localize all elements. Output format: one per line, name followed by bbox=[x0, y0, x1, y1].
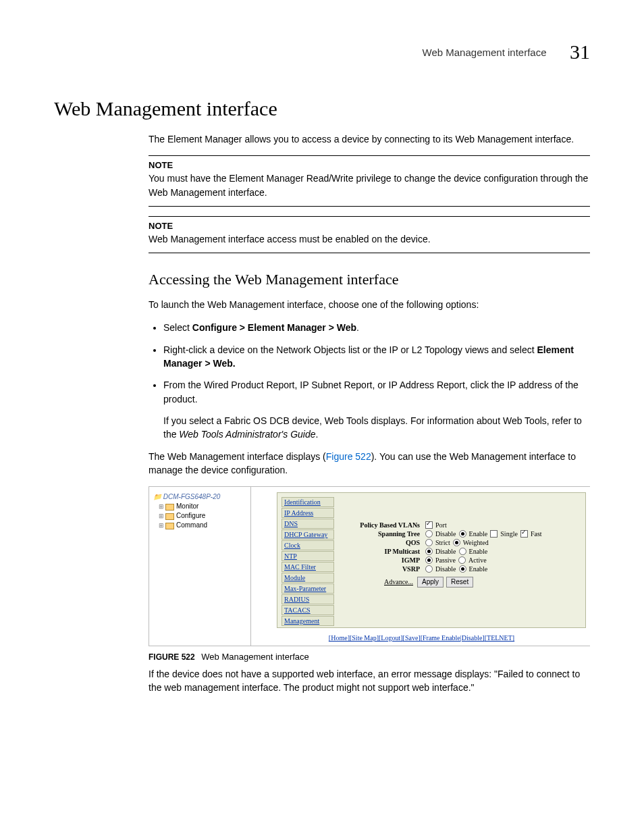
option-label: Enable bbox=[469, 548, 488, 555]
setting-label: Policy Based VLANs bbox=[342, 521, 425, 529]
displays-paragraph: The Web Management interface displays (F… bbox=[149, 450, 590, 477]
setting-label: Spanning Tree bbox=[342, 530, 425, 538]
side-link[interactable]: DNS bbox=[281, 519, 334, 529]
footer-link[interactable]: [Home] bbox=[329, 634, 350, 642]
fabric-paragraph: If you select a Fabric OS DCB device, We… bbox=[163, 414, 590, 442]
options-list: Select Configure > Element Manager > Web… bbox=[149, 321, 590, 405]
option-label: Enable bbox=[469, 530, 488, 538]
radio-button[interactable] bbox=[425, 556, 433, 564]
advance-link[interactable]: Advance... bbox=[384, 578, 413, 585]
tree-panel: 📁 DCM-FGS648P-20 MonitorConfigureCommand bbox=[153, 492, 248, 530]
side-link-list: IdentificationIP AddressDNSDHCP GatewayC… bbox=[281, 497, 334, 627]
list-item: From the Wired Product Report, IP Subnet… bbox=[163, 378, 590, 406]
option-label: Passive bbox=[435, 556, 456, 564]
tree-node[interactable]: Monitor bbox=[153, 502, 248, 511]
option-label: Single bbox=[500, 530, 518, 538]
side-link[interactable]: Module bbox=[281, 573, 334, 583]
side-link[interactable]: Identification bbox=[281, 497, 334, 507]
footer-link[interactable]: [Save] bbox=[403, 634, 421, 642]
setting-label: QOS bbox=[342, 539, 425, 546]
radio-button[interactable] bbox=[458, 556, 466, 564]
radio-button[interactable] bbox=[459, 565, 466, 573]
option-label: Weighted bbox=[463, 539, 489, 546]
settings-panel: IdentificationIP AddressDNSDHCP GatewayC… bbox=[277, 492, 586, 628]
running-title: Web Management interface bbox=[423, 47, 547, 58]
side-link[interactable]: IP Address bbox=[281, 508, 334, 518]
radio-button[interactable] bbox=[425, 565, 433, 573]
radio-button[interactable] bbox=[459, 530, 466, 538]
footer-link[interactable]: [TELNET] bbox=[485, 634, 514, 642]
tree-root[interactable]: 📁 DCM-FGS648P-20 bbox=[153, 492, 248, 502]
page-title: Web Management interface bbox=[54, 97, 590, 120]
radio-button[interactable] bbox=[425, 530, 433, 538]
tree-node[interactable]: Configure bbox=[153, 511, 248, 521]
side-link[interactable]: NTP bbox=[281, 551, 334, 561]
side-link[interactable]: RADIUS bbox=[281, 594, 334, 604]
radio-button[interactable] bbox=[459, 548, 466, 555]
apply-button[interactable]: Apply bbox=[417, 577, 444, 588]
setting-label: IP Multicast bbox=[342, 548, 425, 555]
option-label: Port bbox=[435, 521, 447, 529]
side-link[interactable]: MAC Filter bbox=[281, 562, 334, 572]
bottom-link-bar: [Home][Site Map][Logout][Save][Frame Ena… bbox=[257, 634, 586, 642]
checkbox[interactable] bbox=[520, 530, 528, 538]
note-text: You must have the Element Manager Read/W… bbox=[149, 172, 590, 199]
figure-link[interactable]: Figure 522 bbox=[326, 451, 371, 462]
note-label: NOTE bbox=[149, 160, 590, 170]
footer-link[interactable]: [Site Map] bbox=[350, 634, 379, 642]
note-label: NOTE bbox=[149, 221, 590, 231]
setting-label: IGMP bbox=[342, 556, 425, 564]
side-link[interactable]: Management bbox=[281, 616, 334, 626]
side-link[interactable]: Clock bbox=[281, 540, 334, 550]
note-block-2: NOTE Web Management interface access mus… bbox=[149, 216, 590, 253]
side-link[interactable]: TACACS bbox=[281, 605, 334, 615]
checkbox[interactable] bbox=[490, 530, 498, 538]
option-label: Disable bbox=[435, 565, 456, 573]
running-header: Web Management interface 31 bbox=[54, 41, 590, 63]
figure-caption: FIGURE 522 Web Management interface bbox=[149, 652, 590, 662]
list-item: Select Configure > Element Manager > Web… bbox=[163, 321, 590, 334]
folder-icon bbox=[165, 523, 174, 529]
option-label: Fast bbox=[531, 530, 542, 538]
side-link[interactable]: Max-Parameter bbox=[281, 583, 334, 594]
option-label: Disable bbox=[435, 530, 456, 538]
footer-link[interactable]: [Frame Enable|Disable] bbox=[421, 634, 485, 642]
folder-icon bbox=[165, 504, 174, 511]
note-text: Web Management interface access must be … bbox=[149, 232, 590, 246]
settings-form: Policy Based VLANsPortSpanning TreeDisab… bbox=[342, 521, 581, 588]
checkbox[interactable] bbox=[425, 521, 433, 529]
setting-label: VSRP bbox=[342, 565, 425, 573]
radio-button[interactable] bbox=[425, 548, 433, 555]
vertical-divider bbox=[250, 487, 251, 646]
folder-icon bbox=[165, 513, 174, 520]
radio-button[interactable] bbox=[425, 539, 433, 546]
option-label: Enable bbox=[469, 565, 488, 573]
side-link[interactable]: DHCP Gateway bbox=[281, 529, 334, 540]
option-label: Disable bbox=[435, 548, 456, 555]
note-block-1: NOTE You must have the Element Manager R… bbox=[149, 155, 590, 207]
launch-paragraph: To launch the Web Management interface, … bbox=[149, 298, 590, 311]
error-paragraph: If the device does not have a supported … bbox=[149, 667, 590, 695]
intro-paragraph: The Element Manager allows you to access… bbox=[149, 132, 590, 146]
radio-button[interactable] bbox=[453, 539, 460, 546]
option-label: Active bbox=[468, 556, 487, 564]
section-heading: Accessing the Web Management interface bbox=[149, 271, 590, 288]
option-label: Strict bbox=[435, 539, 450, 546]
footer-link[interactable]: [Logout] bbox=[379, 634, 403, 642]
reset-button[interactable]: Reset bbox=[446, 577, 473, 588]
figure-screenshot: 📁 DCM-FGS648P-20 MonitorConfigureCommand… bbox=[149, 486, 590, 646]
tree-node[interactable]: Command bbox=[153, 521, 248, 530]
chapter-number: 31 bbox=[570, 41, 590, 63]
list-item: Right-click a device on the Network Obje… bbox=[163, 343, 590, 371]
